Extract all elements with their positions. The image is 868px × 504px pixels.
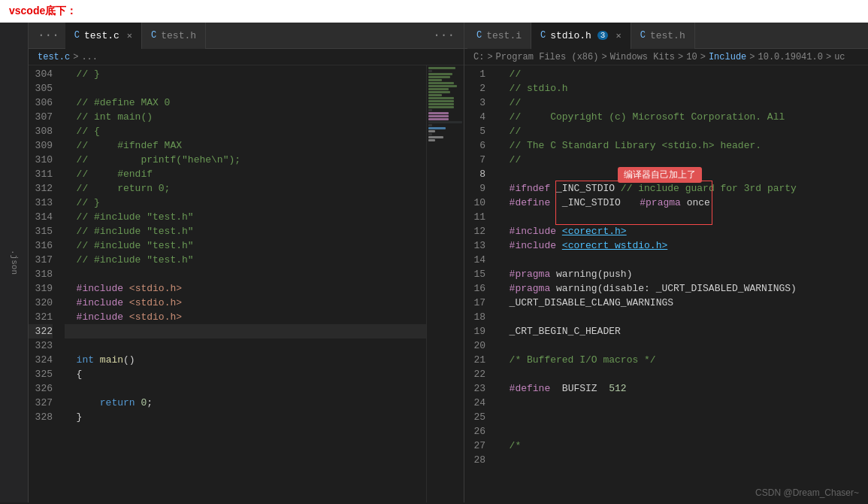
r-line-2: // stdio.h [498,81,868,96]
code-line-306: // #define MAX 0 [65,96,426,110]
r-line-24 [498,396,868,410]
r-line-20 [498,339,868,353]
test-i-label: test.i [486,30,522,41]
sidebar-label: .json [10,250,19,275]
tab-test-c[interactable]: C test.c ✕ [65,23,142,49]
code-line-328: } [65,410,426,424]
r-line-27: /* [498,439,868,453]
left-editor-panel: ··· C test.c ✕ C test.h ··· test.c > ...… [29,23,464,502]
code-line-314: // #include "test.h" [65,210,426,224]
watermark: CSDN @Dream_Chaser~ [755,487,859,498]
left-minimap [426,65,464,502]
breadcrumb-sep: > [73,52,78,62]
bc-10: 10 [686,52,697,62]
code-line-318 [65,267,426,281]
r-line-15: #pragma warning(push) [498,267,868,281]
pragma-once-highlight: #pragma once [556,181,712,224]
r-line-6: // The C Standard Library <stdio.h> head… [498,138,868,153]
left-sidebar: .json [0,23,29,502]
r-line-1: // [498,67,868,81]
tab-test-h-left[interactable]: C test.h [142,23,206,49]
code-line-304: // } [65,67,426,81]
breadcrumb-text: test.c [38,52,70,62]
code-line-313: // } [65,196,426,210]
stdio-label: stdio.h [550,30,591,41]
bc-version: 10.0.19041.0 [758,52,823,62]
r-line-7: // [498,153,868,167]
code-line-322 [65,324,426,339]
left-code-content: // } // #define MAX 0 // int main() // {… [59,65,426,502]
test-h-label: test.h [161,30,196,41]
left-breadcrumb: test.c > ... [29,49,464,65]
left-editor-area: 304 305 306 307 308 309 310 311 312 313 … [29,65,464,502]
code-line-319: #include <stdio.h> [65,281,426,296]
r-line-5: // [498,124,868,138]
tab-stdio-h[interactable]: C stdio.h 3 ✕ [531,23,631,49]
breadcrumb-dots: ... [81,52,98,62]
code-line-307: // int main() [65,110,426,124]
stdio-icon: C [540,30,546,41]
code-line-326 [65,381,426,396]
r-line-19: _CRT_BEGIN_C_HEADER [498,324,868,339]
test-h-icon: C [151,30,156,41]
r-line-21: /* Buffered I/O macros */ [498,353,868,367]
stdio-badge: 3 [597,31,609,40]
code-line-308: // { [65,124,426,138]
code-line-324: int main() [65,353,426,367]
r-line-8: #pragma once 编译器自己加上了 [498,167,868,181]
tab-test-i[interactable]: C test.i [467,23,531,49]
test-h-right-label: test.h [650,30,685,41]
code-line-320: #include <stdio.h> [65,296,426,310]
r-line-13: #include <corecrt_wstdio.h> [498,238,868,253]
r-line-22 [498,367,868,381]
left-tab-dots-right[interactable]: ··· [427,29,461,42]
code-line-321: #include <stdio.h> [65,310,426,324]
bc-programfiles: Program Files (x86) [496,52,599,62]
r-line-14 [498,253,868,267]
r-line-17: _UCRT_DISABLE_CLANG_WARNINGS [498,296,868,310]
code-line-327: return 0; [65,396,426,410]
code-line-325: { [65,367,426,381]
test-c-label: test.c [84,30,119,41]
annotation-bubble: 编译器自己加上了 [618,167,702,183]
code-line-305 [65,81,426,96]
right-breadcrumb: C: > Program Files (x86) > Windows Kits … [464,49,868,65]
tab-test-h-right[interactable]: C test.h [631,23,695,49]
code-line-323 [65,339,426,353]
code-line-315: // #include "test.h" [65,224,426,238]
stdio-close-icon[interactable]: ✕ [615,30,621,41]
r-line-26 [498,424,868,439]
code-line-312: // return 0; [65,181,426,196]
right-line-numbers: 1 2 3 4 5 6 7 8 9 10 11 12 13 14 15 16 1… [464,65,491,502]
test-h-right-icon: C [640,30,646,41]
code-line-316: // #include "test.h" [65,238,426,253]
left-tab-overflow[interactable]: ··· [32,29,65,42]
code-line-310: // printf("hehe\n"); [65,153,426,167]
test-c-close-icon[interactable]: ✕ [127,30,132,41]
right-tab-bar: C test.i C stdio.h 3 ✕ C test.h [464,23,868,49]
left-line-numbers: 304 305 306 307 308 309 310 311 312 313 … [29,65,59,502]
test-c-icon: C [74,30,80,41]
bc-windowskits: Windows Kits [610,52,675,62]
left-tab-bar: ··· C test.c ✕ C test.h ··· [29,23,464,49]
r-line-18 [498,310,868,324]
r-line-16: #pragma warning(disable: _UCRT_DISABLED_… [498,281,868,296]
bc-uc: uc [834,52,845,62]
code-line-311: // #endif [65,167,426,181]
r-line-3: // [498,96,868,110]
right-editor-area: 1 2 3 4 5 6 7 8 9 10 11 12 13 14 15 16 1… [464,65,868,502]
r-line-4: // Copyright (c) Microsoft Corporation. … [498,110,868,124]
right-editor-panel: C test.i C stdio.h 3 ✕ C test.h C: > Pro… [464,23,868,502]
r-line-25 [498,410,868,424]
bc-drive: C: [473,52,484,62]
top-annotation: vscode底下： [0,0,868,23]
right-code-content: // // stdio.h // // Copyright (c) Micros… [491,65,868,502]
code-line-317: // #include "test.h" [65,253,426,267]
code-line-309: // #ifndef MAX [65,138,426,153]
test-i-icon: C [476,30,482,41]
bc-include: Include [709,52,746,62]
r-line-28 [498,453,868,467]
r-line-23: #define BUFSIZ 512 [498,381,868,396]
